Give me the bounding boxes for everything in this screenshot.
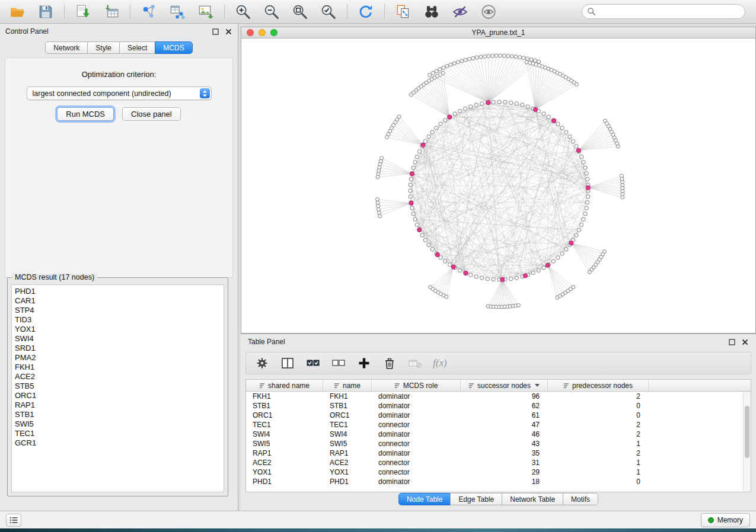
- show-graphics-button[interactable]: [479, 2, 499, 21]
- mcds-result-item[interactable]: STB1: [15, 410, 221, 419]
- mcds-result-item[interactable]: STB5: [15, 382, 221, 391]
- table-cell-role: dominator: [372, 402, 461, 410]
- mcds-result-item[interactable]: SWI5: [15, 419, 221, 429]
- mcds-result-item[interactable]: FKH1: [15, 363, 221, 372]
- tab-style[interactable]: Style: [87, 41, 120, 54]
- mcds-result-list[interactable]: PHD1CAR1STP4TID3YOX1SWI4SRD1PMA2FKH1ACE2…: [11, 284, 224, 492]
- trash-icon: [383, 357, 396, 370]
- table-row[interactable]: ORC1ORC1dominator610: [246, 411, 751, 420]
- save-session-button[interactable]: [36, 2, 56, 21]
- criterion-dropdown[interactable]: largest connected component (undirected): [27, 86, 212, 100]
- memory-label: Memory: [717, 516, 743, 524]
- mcds-result-item[interactable]: ORC1: [15, 391, 221, 400]
- mcds-result-item[interactable]: SRD1: [15, 344, 221, 353]
- table-cell-shared_name: TEC1: [246, 421, 323, 429]
- function-builder-button: f(x): [433, 357, 447, 369]
- network-canvas[interactable]: [241, 39, 755, 333]
- column-header-predecessor-nodes[interactable]: predecessor nodes: [548, 380, 649, 391]
- zoom-in-button[interactable]: [233, 2, 253, 21]
- column-header-shared-name[interactable]: shared name: [246, 380, 323, 391]
- tab-mcds[interactable]: MCDS: [155, 41, 192, 54]
- hide-graphics-button[interactable]: [450, 2, 470, 21]
- mcds-result-item[interactable]: STP4: [15, 306, 221, 315]
- table-row[interactable]: ACE2ACE2connector311: [246, 458, 751, 467]
- optimization-criterion-label: Optimization criterion:: [5, 70, 232, 79]
- desktop-wallpaper-strip: [0, 528, 756, 532]
- table-row[interactable]: RAP1RAP1dominator352: [246, 448, 751, 458]
- list-icon: [8, 515, 19, 525]
- scrollbar-thumb[interactable]: [745, 406, 749, 458]
- tab-node-table[interactable]: Node Table: [398, 493, 451, 505]
- float-panel-icon[interactable]: [211, 27, 219, 36]
- import-network-button[interactable]: [73, 2, 93, 21]
- table-cell-successors: 96: [461, 392, 548, 400]
- mcds-result-item[interactable]: YOX1: [15, 325, 221, 334]
- tab-select[interactable]: Select: [119, 41, 155, 54]
- show-columns-button[interactable]: [280, 355, 295, 371]
- tab-network-table[interactable]: Network Table: [502, 493, 563, 505]
- show-panels-button[interactable]: [6, 514, 21, 527]
- mcds-result-item[interactable]: TID3: [15, 315, 221, 325]
- table-row[interactable]: FKH1FKH1dominator962: [246, 392, 751, 401]
- mcds-result-item[interactable]: TEC1: [15, 429, 221, 438]
- columns-icon: [281, 357, 294, 370]
- minimize-window-button[interactable]: [259, 29, 266, 36]
- mcds-result-item[interactable]: RAP1: [15, 400, 221, 410]
- select-all-rows-button[interactable]: [305, 355, 321, 371]
- mcds-result-item[interactable]: GCR1: [15, 438, 221, 448]
- table-row[interactable]: SWI4SWI4dominator462: [246, 430, 751, 439]
- export-image-button[interactable]: [196, 2, 216, 21]
- toolbar-separator: [130, 4, 130, 20]
- table-settings-button[interactable]: [254, 355, 270, 371]
- close-table-panel-icon[interactable]: [741, 338, 749, 346]
- network-from-table-button[interactable]: [167, 2, 187, 21]
- close-panel-icon[interactable]: [224, 27, 232, 36]
- column-header-successor-nodes[interactable]: successor nodes: [461, 380, 548, 391]
- delete-table-icon: [408, 357, 422, 370]
- open-session-button[interactable]: [7, 2, 27, 21]
- new-network-button[interactable]: [139, 2, 159, 21]
- add-column-button[interactable]: [356, 355, 372, 371]
- zoom-fit-button[interactable]: [290, 2, 310, 21]
- close-panel-button[interactable]: Close panel: [122, 107, 181, 121]
- run-mcds-button[interactable]: Run MCDS: [57, 107, 114, 121]
- mcds-result-item[interactable]: PMA2: [15, 353, 221, 363]
- sort-descending-icon: [535, 384, 540, 387]
- deselect-all-rows-button[interactable]: [331, 355, 346, 371]
- search-input[interactable]: [582, 4, 745, 19]
- zoom-selected-button[interactable]: [318, 2, 339, 21]
- table-row[interactable]: STB1STB1dominator620: [246, 401, 751, 411]
- delete-table-button: [407, 355, 423, 371]
- search-network-button[interactable]: [422, 2, 442, 21]
- column-header-mcds-role[interactable]: MCDS role: [372, 380, 461, 391]
- memory-button[interactable]: Memory: [701, 513, 750, 527]
- tab-edge-table[interactable]: Edge Table: [450, 493, 502, 505]
- import-table-button[interactable]: [101, 2, 122, 21]
- table-row[interactable]: TEC1TEC1connector472: [246, 420, 751, 430]
- zoom-out-icon: [263, 3, 280, 21]
- network-nodes-icon: [141, 4, 157, 20]
- maximize-window-button[interactable]: [270, 29, 277, 36]
- float-table-panel-icon[interactable]: [728, 338, 736, 346]
- close-window-button[interactable]: [247, 29, 254, 36]
- delete-column-button[interactable]: [382, 355, 397, 371]
- table-row[interactable]: SWI5SWI5connector431: [246, 439, 751, 448]
- tab-motifs[interactable]: Motifs: [563, 493, 598, 505]
- table-panel-tabs: Node Table Edge Table Network Table Moti…: [241, 493, 756, 505]
- table-row[interactable]: PHD1PHD1dominator180: [246, 477, 751, 486]
- mcds-result-item[interactable]: CAR1: [15, 296, 221, 306]
- table-row[interactable]: YOX1YOX1connector291: [246, 467, 751, 477]
- column-label: predecessor nodes: [572, 382, 633, 390]
- zoom-out-button[interactable]: [261, 2, 282, 21]
- tab-network[interactable]: Network: [45, 41, 88, 54]
- mcds-result-item[interactable]: ACE2: [15, 372, 221, 382]
- refresh-layout-button[interactable]: [356, 2, 376, 21]
- table-scrollbar[interactable]: [743, 392, 751, 492]
- table-cell-predecessors: 2: [548, 430, 649, 438]
- mcds-result-item[interactable]: SWI4: [15, 334, 221, 344]
- mcds-result-item[interactable]: PHD1: [15, 287, 221, 296]
- table-to-network-icon: [169, 4, 186, 20]
- column-header-name[interactable]: name: [323, 380, 372, 391]
- table-cell-successors: 61: [461, 411, 548, 419]
- copy-network-button[interactable]: [393, 2, 413, 21]
